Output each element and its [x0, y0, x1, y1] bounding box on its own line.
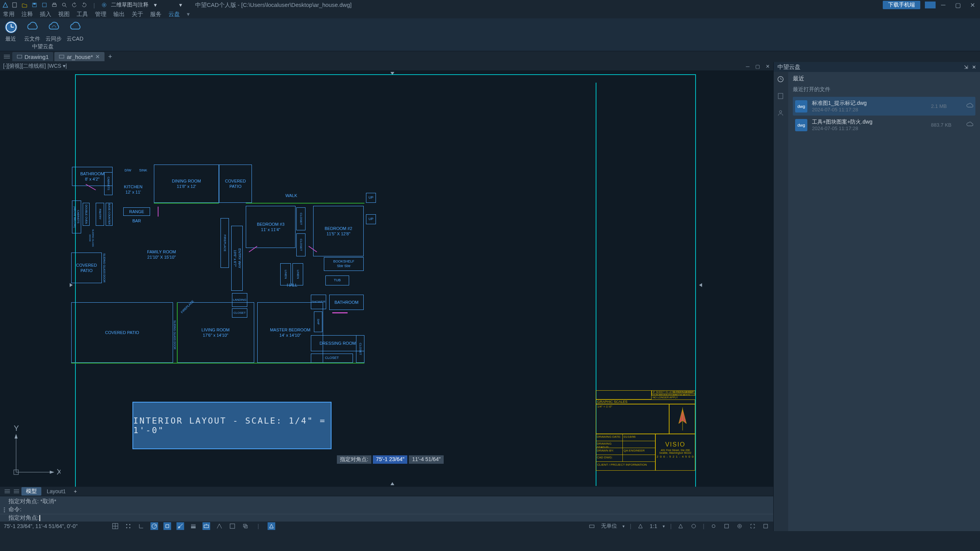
- status-clean-icon[interactable]: [762, 522, 769, 530]
- workspace-label[interactable]: 二维草图与注释: [111, 2, 149, 8]
- new-icon[interactable]: [11, 2, 18, 8]
- cloud-upload-icon[interactable]: [966, 122, 973, 129]
- doc-tab-drawing1[interactable]: Drawing1: [12, 52, 53, 61]
- qat-customize-icon[interactable]: ▾: [178, 2, 184, 8]
- cmd-drag-handle-icon[interactable]: [2, 504, 7, 515]
- status-ann-icon[interactable]: [268, 522, 275, 530]
- quick-access-toolbar: | 二维草图与注释 ▾ ▾: [11, 2, 184, 8]
- cloud-panel-header: 中望云盘 ⇲ ✕: [774, 62, 980, 72]
- cloud-panel-close-icon[interactable]: ✕: [972, 64, 976, 70]
- status-annoscale-icon[interactable]: [637, 522, 644, 530]
- status-settings-icon[interactable]: [736, 522, 743, 530]
- layout-tabs-menu-icon[interactable]: [3, 487, 11, 495]
- svg-rect-0: [13, 3, 16, 7]
- room-closet5: CLOSET: [232, 308, 247, 318]
- menu-service[interactable]: 服务: [150, 11, 162, 18]
- room-kitchen: KITCHEN12' x 11': [116, 176, 151, 203]
- status-polar-icon[interactable]: [150, 522, 158, 530]
- tab-close-icon[interactable]: ✕: [95, 54, 100, 60]
- user-account-button[interactable]: [925, 2, 936, 8]
- menu-tools[interactable]: 工具: [77, 11, 88, 18]
- cloud-file-item[interactable]: dwg 工具+图块图案+防火.dwg 2024-07-05 11:17:28 8…: [793, 116, 975, 134]
- room-walk: WALK: [257, 190, 325, 201]
- status-snap-icon[interactable]: [124, 522, 132, 530]
- status-hardware-icon[interactable]: [723, 522, 730, 530]
- doc-tab-arhouse[interactable]: ar_house* ✕: [54, 52, 104, 61]
- tb-info-grid: DRAWING DATE:01/18/96 DRAWING STATUS: DR…: [596, 434, 655, 471]
- cloud-panel-pin-icon[interactable]: ⇲: [964, 64, 968, 70]
- status-model-icon[interactable]: [229, 522, 236, 530]
- print-icon[interactable]: [51, 2, 57, 8]
- menu-manage[interactable]: 管理: [95, 11, 106, 18]
- viewport-close-icon[interactable]: ✕: [765, 64, 770, 69]
- ribbon-btn-cloud-sync[interactable]: 云同步: [43, 18, 64, 44]
- title-bar: | 二维草图与注释 ▾ ▾ 中望CAD个人版 - [C:\Users\local…: [0, 0, 980, 10]
- redo-icon[interactable]: [81, 2, 87, 8]
- ruler-handle-right[interactable]: [699, 283, 702, 287]
- status-ann-visibility-icon[interactable]: [677, 522, 684, 530]
- menu-annotate[interactable]: 注释: [21, 11, 33, 18]
- menu-common[interactable]: 常用: [3, 11, 15, 18]
- dyn-coord-x[interactable]: 75'-1 23/64": [373, 455, 408, 464]
- status-lineweight-icon[interactable]: [189, 522, 197, 530]
- room-shf: SHF: [314, 311, 322, 332]
- menu-about[interactable]: 关于: [132, 11, 143, 18]
- ribbon-btn-cloud-cad[interactable]: 云CAD: [64, 18, 86, 44]
- status-grid-icon[interactable]: [111, 522, 119, 530]
- svg-point-34: [126, 524, 127, 525]
- menu-insert[interactable]: 插入: [40, 11, 51, 18]
- preview-icon[interactable]: [61, 2, 67, 8]
- status-ortho-icon[interactable]: [137, 522, 145, 530]
- undo-icon[interactable]: [71, 2, 77, 8]
- view-label-text[interactable]: [-][俯视][二维线框] |WCS ▾|: [3, 63, 67, 70]
- layout-tabs-list-icon[interactable]: [12, 487, 21, 495]
- command-line[interactable]: 指定对角点:: [0, 514, 773, 522]
- room-sink: SINK: [137, 167, 149, 174]
- add-tab-button[interactable]: +: [106, 52, 115, 61]
- status-unit-text[interactable]: 无单位: [601, 523, 617, 530]
- status-osnap-icon[interactable]: [163, 522, 171, 530]
- cloud-recent-icon[interactable]: [777, 76, 785, 83]
- status-unit-icon[interactable]: [588, 522, 596, 530]
- menu-expand-icon[interactable]: ▾: [187, 11, 190, 18]
- svg-point-52: [692, 524, 696, 528]
- cloud-file-icon: [25, 20, 39, 34]
- drawing-canvas[interactable]: IF SHEET IS LESS THAN 36"x24" IT IS REDU…: [0, 70, 773, 487]
- status-isolate-icon[interactable]: [710, 522, 717, 530]
- status-fullscreen-icon[interactable]: [749, 522, 756, 530]
- cloud-files-icon[interactable]: [777, 93, 785, 100]
- viewport-maximize-icon[interactable]: ▢: [755, 64, 760, 69]
- status-dynamic-ucs-icon[interactable]: [216, 522, 223, 530]
- minimize-button[interactable]: ─: [940, 2, 946, 8]
- download-mobile-button[interactable]: 下载手机端: [883, 1, 920, 9]
- workspace-dropdown-icon[interactable]: ▾: [152, 2, 158, 8]
- dyn-coord-y[interactable]: 11'-4 51/64": [409, 455, 444, 464]
- status-cycle-icon[interactable]: [242, 522, 249, 530]
- status-ann-autoscale-icon[interactable]: [690, 522, 697, 530]
- add-layout-button[interactable]: +: [71, 487, 80, 495]
- save-icon[interactable]: [31, 2, 38, 8]
- status-dyn-icon[interactable]: [203, 522, 210, 530]
- menu-cloud[interactable]: 云盘: [168, 11, 180, 18]
- menu-view[interactable]: 视图: [58, 11, 70, 18]
- layout-tab-layout1[interactable]: Layout1: [42, 487, 70, 495]
- room-bedroom3: BEDROOM #311' x 11'4": [246, 206, 296, 248]
- cloud-file-item[interactable]: dwg 标准图1_提示标记.dwg 2024-07-05 11:17:28 2.…: [793, 97, 975, 116]
- saveas-icon[interactable]: [41, 2, 47, 8]
- cloud-content: 最近 最近打开的文件 dwg 标准图1_提示标记.dwg 2024-07-05 …: [788, 72, 980, 531]
- doc-tabs-menu-icon[interactable]: [2, 52, 12, 61]
- close-button[interactable]: ✕: [969, 2, 975, 8]
- ribbon-btn-cloud-file[interactable]: 云文件: [21, 18, 43, 44]
- open-icon[interactable]: [21, 2, 28, 8]
- layout-tab-model[interactable]: 模型: [21, 487, 41, 496]
- status-annoscale-text[interactable]: 1:1: [650, 523, 657, 529]
- cloud-upload-icon[interactable]: [966, 103, 973, 110]
- cloud-user-icon[interactable]: [777, 109, 785, 117]
- workspace-icon[interactable]: [101, 2, 107, 8]
- svg-rect-17: [17, 55, 22, 58]
- maximize-button[interactable]: ▢: [955, 2, 961, 8]
- status-otrack-icon[interactable]: [176, 522, 184, 530]
- ribbon-btn-recent[interactable]: 最近: [0, 18, 21, 44]
- viewport-minimize-icon[interactable]: ─: [745, 64, 750, 69]
- menu-output[interactable]: 输出: [113, 11, 125, 18]
